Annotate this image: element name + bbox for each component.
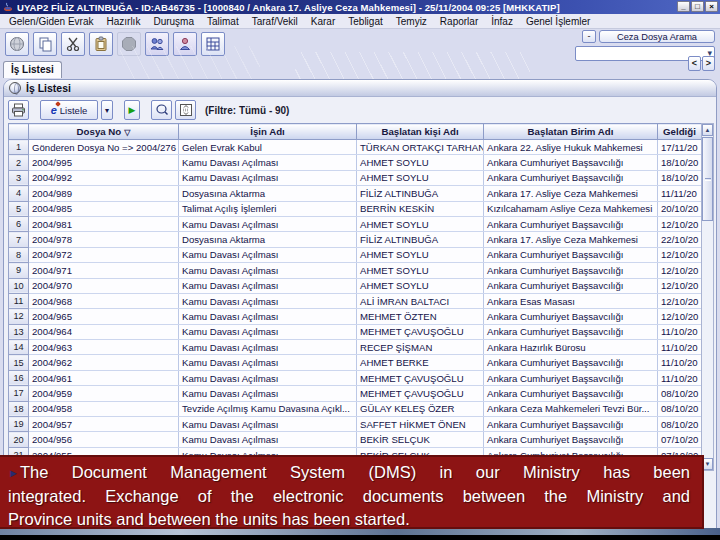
caption-line-2: integrated. Exchange of the electronic d… (8, 485, 690, 508)
bullet-icon: ► (8, 467, 19, 479)
cell-baslatan-kisi: FİLİZ ALTINBUĞA (357, 232, 484, 247)
cell-geldigi: 11/10/20 (658, 370, 702, 385)
table-row[interactable]: 62004/981Kamu Davası AçılmasıAHMET SOYLU… (9, 216, 702, 231)
table-row[interactable]: 142004/963Kamu Davası AçılmasıRECEP ŞİŞM… (9, 340, 702, 355)
menu-item-2[interactable]: Duruşma (153, 16, 194, 27)
row-number: 19 (9, 417, 29, 432)
calculator-icon[interactable] (201, 32, 225, 56)
cell-geldigi: 12/10/20 (658, 278, 702, 293)
cell-isin-adi: Tevzide Açılmış Kamu Davasına Açıkl... (179, 401, 357, 416)
globe-info-icon[interactable] (5, 32, 29, 56)
listele-dropdown-button[interactable]: ▾ (101, 100, 113, 120)
caption-line-1: ►The Document Management System (DMS) in… (8, 461, 690, 485)
cell-baslatan-kisi: AHMET SOYLU (357, 155, 484, 170)
column-header-geldigi[interactable]: Geldiği (658, 124, 702, 140)
run-button[interactable]: ▶ (124, 100, 140, 120)
window-title: UYAP2 FİLİZ ALTINBUĞA - ID:AB46735 - [10… (17, 2, 560, 13)
table-row[interactable]: 22004/995Kamu Davası AçılmasıAHMET SOYLU… (9, 155, 702, 170)
table-row[interactable]: 152004/962Kamu Davası AçılmasıAHMET BERK… (9, 355, 702, 370)
cell-baslatan-birim: Ankara 17. Asliye Ceza Mahkemesi (484, 186, 658, 201)
copy-icon[interactable] (33, 32, 57, 56)
table-row[interactable]: 1Gönderen Dosya No => 2004/276Gelen Evra… (9, 140, 702, 155)
table-row[interactable]: 92004/971Kamu Davası AçılmasıAHMET SOYLU… (9, 263, 702, 278)
tab-next-button[interactable]: > (702, 56, 715, 71)
scroll-list-icon[interactable] (175, 100, 196, 120)
uyap-window: UYAP2 FİLİZ ALTINBUĞA - ID:AB46735 - [10… (0, 0, 720, 534)
maximize-button[interactable]: □ (691, 1, 704, 12)
tab-strip: İş Listesi < > (0, 59, 720, 78)
minimize-button[interactable]: _ (677, 1, 690, 12)
cell-baslatan-kisi: AHMET SOYLU (357, 216, 484, 231)
table-row[interactable]: 192004/957Kamu Davası AçılmasıSAFFET HİK… (9, 417, 702, 432)
table-row[interactable]: 112004/968Kamu Davası AçılmasıALİ İMRAN … (9, 293, 702, 308)
ceza-dosya-arama-button[interactable]: Ceza Dosya Arama (599, 30, 715, 43)
table-row[interactable]: 172004/959Kamu Davası AçılmasıMEHMET ÇAV… (9, 386, 702, 401)
menu-item-6[interactable]: Tebligat (348, 16, 382, 27)
users-icon[interactable] (145, 32, 169, 56)
cell-isin-adi: Kamu Davası Açılması (179, 417, 357, 432)
cell-baslatan-kisi: SAFFET HİKMET ÖNEN (357, 417, 484, 432)
menu-item-5[interactable]: Karar (311, 16, 335, 27)
row-number: 1 (9, 140, 29, 155)
vertical-scrollbar[interactable]: ▲ ▼ (701, 123, 714, 471)
cell-baslatan-birim: Ankara Cumhuriyet Başsavcılığı (484, 216, 658, 231)
scroll-up-icon[interactable]: ▲ (702, 124, 713, 136)
cell-baslatan-birim: Ankara 22. Asliye Hukuk Mahkemesi (484, 140, 658, 155)
tab-prev-button[interactable]: < (688, 56, 701, 71)
table-row[interactable]: 202004/956Kamu Davası AçılmasıBEKİR SELÇ… (9, 432, 702, 447)
close-button[interactable]: × (705, 1, 718, 12)
table-row[interactable]: 182004/958Tevzide Açılmış Kamu Davasına … (9, 401, 702, 416)
table-row[interactable]: 122004/965Kamu Davası AçılmasıMEHMET ÖZT… (9, 309, 702, 324)
printer-icon[interactable] (8, 100, 29, 120)
tab-is-listesi[interactable]: İş Listesi (3, 61, 62, 78)
cell-baslatan-birim: Ankara Cumhuriyet Başsavcılığı (484, 278, 658, 293)
column-header-isin-adi[interactable]: İşin Adı (179, 124, 357, 140)
menu-item-3[interactable]: Talimat (207, 16, 239, 27)
menu-item-9[interactable]: İnfaz (491, 16, 513, 27)
worklist-table-wrap: Dosya No▽İşin AdıBaşlatan kişi AdıBaşlat… (8, 123, 702, 463)
menu-item-8[interactable]: Raporlar (440, 16, 478, 27)
cell-geldigi: 12/10/20 (658, 293, 702, 308)
column-header-baslatan-birim-adi[interactable]: Başlatan Birim Adı (484, 124, 658, 140)
table-row[interactable]: 72004/978Dosyasına AktarmaFİLİZ ALTINBUĞ… (9, 232, 702, 247)
caption-overlay: ►The Document Management System (DMS) in… (0, 455, 704, 529)
cell-geldigi: 11/10/20 (658, 324, 702, 339)
menu-item-10[interactable]: Genel İşlemler (526, 16, 590, 27)
menu-item-7[interactable]: Temyiz (396, 16, 427, 27)
table-row[interactable]: 52004/985Talimat Açılış İşlemleriBERRİN … (9, 201, 702, 216)
table-row[interactable]: 82004/972Kamu Davası AçılmasıAHMET SOYLU… (9, 247, 702, 262)
cut-icon[interactable] (61, 32, 85, 56)
cell-baslatan-birim: Ankara Cumhuriyet Başsavcılığı (484, 355, 658, 370)
user-icon[interactable] (173, 32, 197, 56)
table-corner-cell (9, 124, 29, 140)
run-icon: ▶ (129, 105, 136, 115)
cell-baslatan-birim: Ankara Hazırlık Bürosu (484, 340, 658, 355)
table-row[interactable]: 32004/992Kamu Davası AçılmasıAHMET SOYLU… (9, 170, 702, 185)
row-number: 9 (9, 263, 29, 278)
row-number: 8 (9, 247, 29, 262)
cell-dosya-no: 2004/962 (29, 355, 179, 370)
search-icon[interactable] (151, 100, 172, 120)
cell-geldigi: 12/10/20 (658, 263, 702, 278)
table-row[interactable]: 102004/970Kamu Davası AçılmasıAHMET SOYL… (9, 278, 702, 293)
menu-item-1[interactable]: Hazırlık (107, 16, 141, 27)
cell-geldigi: 12/10/20 (658, 247, 702, 262)
column-header-baslatan-kisi-adi[interactable]: Başlatan kişi Adı (357, 124, 484, 140)
column-header-dosya-no[interactable]: Dosya No▽ (29, 124, 179, 140)
java-app-icon (3, 2, 13, 12)
listele-button[interactable]: e Listele (40, 100, 98, 120)
menu-item-0[interactable]: Gelen/Giden Evrak (9, 16, 94, 27)
cell-isin-adi: Kamu Davası Açılması (179, 370, 357, 385)
menu-item-4[interactable]: Taraf/Vekil (252, 16, 298, 27)
row-number: 11 (9, 293, 29, 308)
scrollbar-thumb[interactable] (702, 137, 713, 221)
table-row[interactable]: 42004/989Dosyasına AktarmaFİLİZ ALTINBUĞ… (9, 186, 702, 201)
table-row[interactable]: 132004/964Kamu Davası AçılmasıMEHMET ÇAV… (9, 324, 702, 339)
collapse-search-button[interactable]: - (582, 30, 596, 43)
cell-isin-adi: Kamu Davası Açılması (179, 293, 357, 308)
row-number: 16 (9, 370, 29, 385)
table-row[interactable]: 162004/961Kamu Davası AçılmasıMEHMET ÇAV… (9, 370, 702, 385)
paste-icon[interactable] (89, 32, 113, 56)
cell-dosya-no: 2004/989 (29, 186, 179, 201)
cell-baslatan-birim: Ankara Cumhuriyet Başsavcılığı (484, 247, 658, 262)
